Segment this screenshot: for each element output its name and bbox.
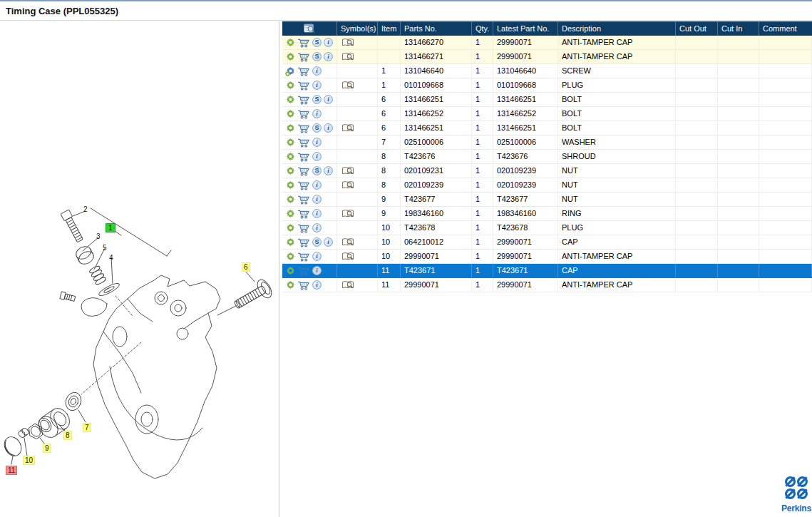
column-header-latest-part-no[interactable]: Latest Part No.: [493, 21, 558, 36]
gear-icon[interactable]: [286, 38, 295, 47]
gear-icon[interactable]: [286, 66, 295, 76]
book-magnifier-icon[interactable]: [341, 123, 354, 133]
book-magnifier-icon[interactable]: [341, 237, 354, 247]
cart-icon[interactable]: [297, 52, 310, 62]
book-magnifier-icon[interactable]: [341, 280, 354, 290]
cart-icon[interactable]: [297, 252, 310, 262]
diagram-callout-3[interactable]: 3: [96, 232, 101, 240]
gear-icon[interactable]: [286, 266, 295, 275]
cart-icon[interactable]: [297, 280, 310, 290]
table-row[interactable]: S i 8 020109231 1 020109239 NUT: [282, 164, 812, 178]
s-badge-icon[interactable]: S: [312, 123, 322, 133]
book-magnifier-icon[interactable]: [341, 209, 354, 219]
panel-divider[interactable]: [279, 21, 279, 517]
info-icon[interactable]: i: [312, 195, 322, 204]
gear-icon[interactable]: [286, 138, 295, 147]
diagram-panel[interactable]: 2135467891011: [0, 21, 279, 517]
table-row[interactable]: S i 11 T423671 1 T423671 CAP: [282, 264, 812, 278]
book-magnifier-icon[interactable]: [341, 52, 354, 62]
diagram-callout-4[interactable]: 4: [109, 254, 113, 262]
column-header-item[interactable]: Item: [378, 21, 401, 36]
gear-icon[interactable]: [286, 237, 295, 247]
info-icon[interactable]: i: [324, 123, 333, 133]
info-icon[interactable]: i: [312, 180, 322, 190]
s-badge-icon[interactable]: S: [312, 52, 322, 61]
column-header-parts-no[interactable]: Parts No.: [401, 21, 472, 36]
table-row[interactable]: S i 6 131466251 1 131466251 BOLT: [282, 93, 812, 107]
column-header-search[interactable]: [282, 21, 337, 36]
diagram-callout-1[interactable]: 1: [106, 223, 115, 232]
cart-icon[interactable]: [297, 123, 310, 133]
gear-icon[interactable]: [286, 209, 295, 218]
column-header-cut-out[interactable]: Cut Out: [676, 21, 718, 36]
s-badge-icon[interactable]: S: [312, 38, 322, 47]
diagram-callout-6[interactable]: 6: [242, 262, 250, 272]
diagram-callout-2[interactable]: 2: [83, 205, 88, 213]
s-badge-icon[interactable]: S: [312, 237, 322, 247]
table-row[interactable]: S i 1 010109668 1 010109668 PLUG: [282, 78, 812, 93]
cart-icon[interactable]: [297, 138, 310, 148]
table-row[interactable]: S i 6 131466251 1 131466251 BOLT: [282, 121, 812, 135]
table-row[interactable]: S i 7 025100006 1 025100006 WASHER: [282, 135, 812, 150]
s-badge-icon[interactable]: S: [312, 95, 322, 104]
info-icon[interactable]: i: [312, 152, 322, 161]
gear-icon[interactable]: [286, 109, 295, 118]
diagram-callout-7[interactable]: 7: [83, 423, 91, 432]
book-magnifier-icon[interactable]: [341, 38, 354, 48]
cart-icon[interactable]: [297, 81, 310, 91]
column-header-comment[interactable]: Comment: [759, 21, 812, 36]
diagram-callout-5[interactable]: 5: [103, 244, 107, 252]
s-badge-icon[interactable]: S: [312, 166, 322, 175]
info-icon[interactable]: i: [324, 237, 333, 247]
gear-icon[interactable]: [286, 152, 295, 161]
gear-icon[interactable]: [286, 180, 295, 190]
book-magnifier-icon[interactable]: [341, 81, 354, 91]
cart-icon[interactable]: [297, 66, 310, 76]
cart-icon[interactable]: [297, 223, 310, 233]
info-icon[interactable]: i: [324, 38, 333, 47]
info-icon[interactable]: i: [312, 280, 322, 290]
table-row[interactable]: S i 10 T423678 1 T423678 PLUG: [282, 221, 812, 235]
column-header-qty[interactable]: Qty.: [472, 21, 493, 36]
gear-icon[interactable]: [286, 223, 295, 232]
book-magnifier-icon[interactable]: [341, 166, 354, 176]
gear-icon[interactable]: [286, 252, 295, 261]
gear-icon[interactable]: [286, 81, 295, 90]
gear-icon[interactable]: [286, 95, 295, 104]
table-row[interactable]: S i 8 T423676 1 T423676 SHROUD: [282, 150, 812, 164]
table-row[interactable]: S i 10 064210012 1 29990071 CAP: [282, 235, 812, 250]
info-icon[interactable]: i: [312, 252, 322, 261]
table-row[interactable]: S i 131466271 1 29990071 ANTI-TAMPER CAP: [282, 50, 812, 64]
cart-icon[interactable]: [297, 152, 310, 162]
cart-icon[interactable]: [297, 95, 310, 105]
cart-icon[interactable]: [297, 237, 310, 247]
table-row[interactable]: S i 11 29990071 1 29990071 ANTI-TAMPER C…: [282, 278, 812, 292]
book-magnifier-icon[interactable]: [341, 180, 354, 190]
info-icon[interactable]: i: [312, 81, 322, 90]
cart-icon[interactable]: [297, 166, 310, 176]
info-icon[interactable]: i: [312, 266, 322, 275]
cart-icon[interactable]: [297, 209, 310, 219]
diagram-callout-9[interactable]: 9: [43, 444, 51, 453]
diagram-callout-8[interactable]: 8: [63, 431, 72, 440]
column-header-description[interactable]: Description: [558, 21, 676, 36]
cart-icon[interactable]: [297, 38, 310, 48]
gear-icon[interactable]: [286, 123, 295, 133]
info-icon[interactable]: i: [312, 209, 322, 218]
cart-icon[interactable]: [297, 180, 310, 190]
table-row[interactable]: S i 8 020109239 1 020109239 NUT: [282, 178, 812, 193]
cart-icon[interactable]: [297, 195, 310, 205]
info-icon[interactable]: i: [324, 95, 333, 104]
info-icon[interactable]: i: [312, 109, 322, 118]
table-row[interactable]: S i 1 131046640 1 131046640 SCREW: [282, 64, 812, 78]
info-icon[interactable]: i: [312, 138, 322, 147]
gear-icon[interactable]: [286, 195, 295, 204]
table-row[interactable]: S i 9 198346160 1 198346160 RING: [282, 207, 812, 221]
info-icon[interactable]: i: [312, 223, 322, 232]
gear-icon[interactable]: [286, 280, 295, 290]
gear-icon[interactable]: [286, 52, 295, 61]
cart-icon[interactable]: [297, 109, 310, 119]
book-magnifier-icon[interactable]: [341, 252, 354, 262]
info-icon[interactable]: i: [324, 52, 333, 61]
column-header-cut-in[interactable]: Cut In: [718, 21, 759, 36]
